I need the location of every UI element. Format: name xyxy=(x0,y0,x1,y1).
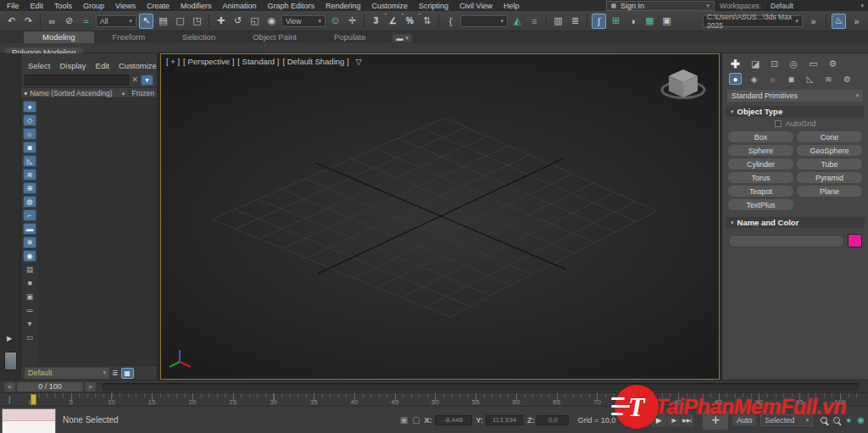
toggle-scene-explorer-button[interactable]: ▥ xyxy=(551,14,565,29)
category-geometry-icon[interactable]: ● xyxy=(729,73,742,85)
render-production-button[interactable]: ♨ xyxy=(832,14,846,29)
listener-script-pane[interactable] xyxy=(3,421,55,433)
category-spacewarps-icon[interactable]: ≋ xyxy=(822,73,835,85)
textplus-button[interactable]: TextPlus xyxy=(728,199,793,210)
tab-utilities-icon[interactable]: ⚙ xyxy=(829,58,837,69)
next-frame-button[interactable]: > xyxy=(85,382,96,391)
filter-geometry-icon[interactable]: ● xyxy=(23,101,36,113)
filter-hidden-icon[interactable]: ◉ xyxy=(23,250,36,262)
maxscript-mini-listener[interactable] xyxy=(2,408,56,433)
teapot-button[interactable]: Teapot xyxy=(728,186,793,197)
ribbon-tab-modeling[interactable]: Modeling xyxy=(24,31,94,43)
orbit-icon[interactable]: ◉ xyxy=(857,415,865,425)
menu-file[interactable]: File xyxy=(7,2,19,10)
material-editor-button[interactable]: ◑ xyxy=(626,14,640,29)
box-button[interactable]: Box xyxy=(728,131,793,142)
menu-group[interactable]: Group xyxy=(83,2,104,10)
select-and-scale-button[interactable]: ◱ xyxy=(248,14,262,29)
viewcube[interactable] xyxy=(659,64,707,103)
explorer-folder-icon[interactable]: ▭ xyxy=(23,331,36,343)
search-filter-button[interactable]: ▼ xyxy=(141,75,153,86)
filter-groups-icon[interactable]: ⊕ xyxy=(23,182,36,194)
explorer-menu-display[interactable]: Display xyxy=(59,61,86,70)
explorer-filter-icon[interactable]: ▼ xyxy=(23,318,36,330)
project-folder-dropdown[interactable]: C:\Users\ASUS...\3ds Max 2025 ▾ xyxy=(703,15,803,27)
tab-display-icon[interactable]: ▭ xyxy=(809,58,817,69)
mini-curve-editor-button[interactable]: ∫ xyxy=(8,395,10,403)
viewport-pov-menu[interactable]: [ Perspective ] xyxy=(183,57,234,66)
selection-lock-icon[interactable]: ▢ xyxy=(412,415,420,425)
ribbon-tab-selection[interactable]: Selection xyxy=(164,31,234,43)
category-systems-icon[interactable]: ⚙ xyxy=(841,73,854,85)
tab-modify-icon[interactable]: ◪ xyxy=(751,58,760,69)
explorer-box-icon[interactable]: ■ xyxy=(23,277,36,289)
select-by-name-button[interactable]: ▤ xyxy=(156,14,170,29)
ribbon-tab-populate[interactable]: Populate xyxy=(315,31,385,43)
category-shapes-icon[interactable]: ◈ xyxy=(748,73,760,85)
selection-region-button[interactable]: ▢ xyxy=(173,14,187,29)
viewport-filter-icon[interactable]: ▽ xyxy=(356,57,362,66)
tab-motion-icon[interactable]: ◎ xyxy=(790,58,798,69)
ribbon-options-button[interactable]: ▬ ▾ xyxy=(392,34,412,42)
torus-button[interactable]: Torus xyxy=(728,172,793,183)
menu-tools[interactable]: Tools xyxy=(54,2,72,10)
primitive-type-dropdown[interactable]: Standard Primitives ▾ xyxy=(727,90,863,102)
menu-customize[interactable]: Customize xyxy=(372,2,409,10)
curve-editor-button[interactable]: ∫ xyxy=(592,14,606,29)
grid-view-icon[interactable]: ▦ xyxy=(121,368,134,379)
column-name-header[interactable]: Name (Sorted Ascending) xyxy=(30,89,118,97)
ribbon-tab-object-paint[interactable]: Object Paint xyxy=(234,31,315,43)
reference-coordinate-dropdown[interactable]: View ▾ xyxy=(281,15,326,27)
active-layer-dropdown[interactable]: Default ▾ xyxy=(25,368,109,379)
name-color-rollout-header[interactable]: ▾ Name and Color xyxy=(726,217,865,228)
layer-stack-icon[interactable]: ≣ xyxy=(112,369,119,377)
menu-create[interactable]: Create xyxy=(147,2,170,10)
select-and-manipulate-button[interactable]: ✛ xyxy=(345,14,359,29)
timeline-playhead[interactable] xyxy=(31,394,36,405)
unlink-selection-button[interactable]: ⊘ xyxy=(62,14,76,29)
toggle-layer-explorer-button[interactable]: ≣ xyxy=(568,14,582,29)
object-name-input[interactable] xyxy=(728,235,844,247)
rendered-frame-window-button[interactable]: ▣ xyxy=(659,14,674,29)
toolbar-overflow-button[interactable]: » xyxy=(806,14,821,29)
pyramid-button[interactable]: Pyramid xyxy=(797,172,862,183)
perspective-viewport[interactable]: [ + ] [ Perspective ] [ Standard ] [ Def… xyxy=(160,53,720,380)
expand-panel-arrow[interactable]: ▶ xyxy=(7,335,12,342)
category-cameras-icon[interactable]: ◙ xyxy=(785,73,798,85)
spinner-snap-button[interactable]: ⇅ xyxy=(420,14,434,29)
snap-toggle-3d-button[interactable]: 3⌐ xyxy=(369,14,383,29)
listener-macro-pane[interactable] xyxy=(3,409,55,421)
z-coordinate-field[interactable]: 0,0 xyxy=(537,415,569,425)
explorer-display-icon[interactable]: ▣ xyxy=(23,291,36,303)
sign-in-button[interactable]: Sign In ▾ xyxy=(606,1,715,11)
use-pivot-center-button[interactable]: ⊙ xyxy=(328,14,342,29)
edit-named-selection-sets-button[interactable]: { xyxy=(443,14,458,29)
viewport-general-menu[interactable]: [ + ] xyxy=(166,57,180,66)
sort-ascending-icon[interactable]: ▲ xyxy=(121,91,126,96)
explorer-menu-edit[interactable]: Edit xyxy=(96,61,109,70)
cone-button[interactable]: Cone xyxy=(797,131,862,142)
workspace-selector[interactable]: Default ▾ xyxy=(766,1,868,11)
current-frame-display[interactable]: 0 / 100 xyxy=(17,382,83,391)
menu-views[interactable]: Views xyxy=(115,2,136,10)
explorer-list-view-icon[interactable]: ▤ xyxy=(23,264,36,275)
mirror-button[interactable]: ◭ xyxy=(510,14,525,29)
filter-frozen-icon[interactable]: ❄ xyxy=(23,236,36,248)
menu-civil-view[interactable]: Civil View xyxy=(459,2,492,10)
object-color-swatch[interactable] xyxy=(848,234,862,247)
align-button[interactable]: ≡ xyxy=(527,14,542,29)
filter-shapes-icon[interactable]: ◇ xyxy=(23,114,36,126)
percent-snap-button[interactable]: %⌐ xyxy=(403,14,417,29)
cylinder-button[interactable]: Cylinder xyxy=(728,158,793,169)
zoom-extents-icon[interactable]: ● xyxy=(846,415,851,425)
window-crossing-button[interactable]: ◳ xyxy=(190,14,204,29)
menu-edit[interactable]: Edit xyxy=(31,2,44,10)
search-input[interactable] xyxy=(25,75,129,86)
viewport-layout-tab[interactable] xyxy=(4,352,17,370)
y-coordinate-field[interactable]: 113,934 xyxy=(486,415,523,425)
column-frozen-header[interactable]: Frozen xyxy=(132,89,154,97)
redo-button[interactable]: ↷ xyxy=(21,14,36,29)
filter-bones-icon[interactable]: ⌐ xyxy=(23,209,36,221)
render-setup-button[interactable]: ▦ xyxy=(643,14,657,29)
undo-button[interactable]: ↶ xyxy=(4,14,19,29)
